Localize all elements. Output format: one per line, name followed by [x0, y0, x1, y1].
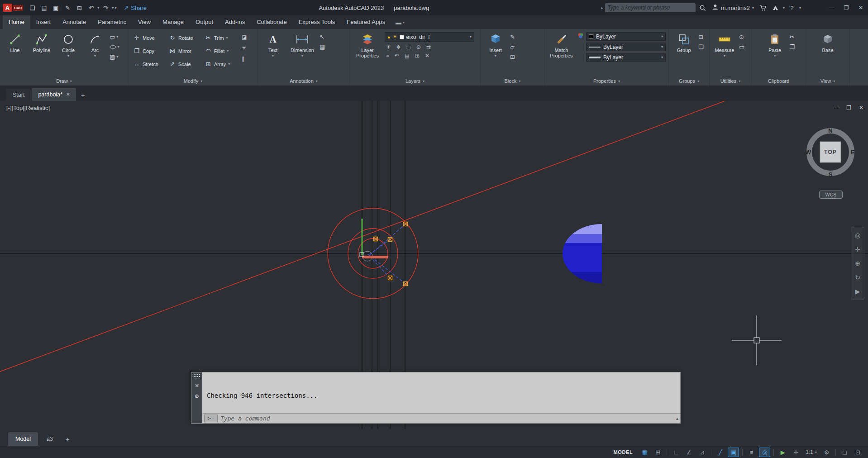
scale-button[interactable]: ↗Scale — [167, 57, 203, 71]
search-icon[interactable] — [697, 2, 708, 13]
ribbon-tab-home[interactable]: Home — [3, 15, 30, 29]
share-button[interactable]: ↗ Share — [124, 5, 147, 11]
layout-tab-model[interactable]: Model — [8, 432, 38, 446]
quick-select-button[interactable]: ▭ — [739, 43, 744, 50]
panel-label-utilities[interactable]: Utilities ▾ — [710, 76, 751, 86]
layer-delete-icon[interactable]: ✕ — [425, 52, 429, 59]
viewcube-top-label[interactable]: TOP — [824, 149, 836, 155]
viewcube-north[interactable]: N — [828, 127, 832, 134]
cut-button[interactable]: ✂ — [789, 33, 795, 40]
panel-label-properties[interactable]: Properties ▾ — [545, 76, 668, 86]
open-folder-icon[interactable]: ▤ — [38, 2, 49, 13]
autodesk-apps-caret-icon[interactable]: ▾ — [783, 6, 785, 10]
layer-lock-icon[interactable]: ◻ — [406, 44, 411, 50]
command-customize-icon[interactable]: ⚙ — [195, 393, 200, 400]
erase-button[interactable]: ◪ — [242, 34, 247, 40]
model-space-indicator[interactable]: MODEL — [614, 449, 633, 455]
command-history[interactable]: Checking 946 intersections... Specify se… — [202, 372, 680, 413]
command-scroll-up-icon[interactable]: ▴ — [676, 416, 678, 421]
ribbon-tab-featured-apps[interactable]: Featured Apps — [341, 15, 391, 29]
command-input[interactable] — [220, 415, 673, 422]
viewcube-east[interactable]: E — [851, 149, 855, 156]
annotation-monitor-toggle[interactable]: ✛ — [790, 448, 801, 457]
model-space-viewport[interactable]: TOP N W S E [-][Top][Realistic] — ❐ ✕ WC… — [0, 101, 868, 429]
help-caret-icon[interactable]: ▾ — [799, 6, 801, 10]
layer-properties-button[interactable]: Layer Properties — [353, 31, 382, 76]
offset-button[interactable]: ∥ — [242, 56, 247, 62]
ribbon-tab-insert[interactable]: Insert — [30, 15, 57, 29]
layer-match-icon[interactable]: ⇉ — [426, 44, 431, 50]
insert-button[interactable]: Insert ▾ — [483, 31, 508, 76]
base-button[interactable]: Base — [816, 31, 840, 76]
table-button[interactable]: ▦ — [320, 43, 325, 50]
rectangle-tool-button[interactable]: ▭▾ — [110, 33, 119, 40]
undo-caret-icon[interactable]: ▾ — [97, 6, 99, 10]
ribbon-tab-view[interactable]: View — [132, 15, 157, 29]
qat-customize-caret-icon[interactable]: ▾ — [114, 6, 116, 10]
layer-freeze-icon[interactable]: ❄ — [396, 44, 401, 50]
paste-button[interactable]: Paste ▾ — [763, 31, 787, 76]
viewport-restore-button[interactable]: ❐ — [846, 105, 851, 111]
edit-attribute-button[interactable]: ✎ — [510, 33, 515, 40]
file-tab-close-icon[interactable]: ✕ — [66, 92, 70, 97]
plot-icon[interactable]: ⊟ — [74, 2, 85, 13]
snap-mode-toggle[interactable]: ⊞ — [652, 448, 663, 457]
point-markers[interactable] — [374, 222, 408, 286]
object-color-select[interactable]: ByLayer ▾ — [586, 32, 666, 41]
redo-button[interactable]: ↷ — [100, 2, 111, 13]
save-as-icon[interactable]: ✎ — [62, 2, 73, 13]
command-window-drag-handle[interactable] — [193, 374, 200, 378]
viewcube-west[interactable]: W — [806, 149, 811, 156]
panel-label-view[interactable]: View ▾ — [806, 76, 849, 86]
match-properties-button[interactable]: Match Properties — [548, 31, 575, 76]
panel-label-draw[interactable]: Draw ▾ — [0, 76, 128, 86]
ribbon-display-toggle[interactable]: ▬ ▾ — [391, 15, 409, 29]
ribbon-tab-express-tools[interactable]: Express Tools — [293, 15, 341, 29]
lineweight-toggle[interactable]: ≡ — [746, 448, 757, 457]
polar-tracking-toggle[interactable]: ∠ — [683, 448, 695, 457]
array-button[interactable]: ⊞Array▾ — [203, 57, 238, 71]
ribbon-tab-annotate[interactable]: Annotate — [57, 15, 92, 29]
zoom-icon[interactable]: ⊕ — [855, 260, 860, 267]
keyword-search-input[interactable] — [608, 5, 693, 11]
command-window-close-icon[interactable]: ✕ — [195, 383, 199, 389]
file-tab-start[interactable]: Start — [6, 89, 31, 101]
navigation-wheel-icon[interactable]: ◎ — [855, 232, 860, 239]
pan-icon[interactable]: ✛ — [855, 246, 860, 253]
stretch-button[interactable]: ↔Stretch — [131, 57, 167, 71]
selection-cycling-toggle[interactable]: ◎ — [759, 448, 770, 457]
rotate-button[interactable]: ↻Rotate — [167, 31, 203, 44]
undo-button[interactable]: ↶ — [86, 2, 96, 13]
hatch-tool-button[interactable]: ▨▾ — [110, 53, 119, 60]
block-editor-button[interactable]: ▱ — [510, 43, 515, 50]
layer-off-icon[interactable]: ☀ — [386, 44, 391, 50]
search-expand-icon[interactable]: ▸ — [601, 6, 603, 10]
close-button[interactable]: ✕ — [854, 0, 868, 15]
layer-select[interactable]: ● ☀ eixo_dir_f ▾ — [385, 32, 474, 42]
viewcube[interactable]: TOP N W S E — [806, 127, 855, 178]
layout-tab-a3[interactable]: a3 — [39, 432, 60, 446]
lineweight-select[interactable]: ByLayer ▾ — [586, 53, 666, 62]
text-button[interactable]: A Text ▾ — [261, 31, 285, 76]
autodesk-apps-icon[interactable] — [770, 2, 781, 13]
ungroup-button[interactable]: ⊟ — [698, 33, 704, 40]
arc-button[interactable]: Arc ▾ — [83, 31, 107, 76]
app-menu-button[interactable]: A CAD — [3, 4, 23, 12]
line-button[interactable]: Line — [3, 31, 27, 76]
layer-previous-icon[interactable]: ↶ — [395, 52, 399, 59]
panel-label-clipboard[interactable]: Clipboard — [752, 76, 806, 86]
help-icon[interactable]: ? — [787, 2, 797, 13]
minimize-button[interactable]: — — [825, 0, 839, 15]
annotation-scale-button[interactable]: 1:1 ▾ — [802, 449, 820, 455]
ribbon-tab-parametric[interactable]: Parametric — [92, 15, 132, 29]
layer-isolate-icon[interactable]: ⊙ — [416, 44, 421, 50]
measure-button[interactable]: Measure ▾ — [712, 31, 737, 76]
move-button[interactable]: ✛Move — [131, 31, 167, 44]
leader-button[interactable]: ↖ — [320, 33, 325, 40]
show-motion-icon[interactable]: ▶ — [855, 288, 860, 295]
polyline-button[interactable]: Polyline — [29, 31, 54, 76]
viewport-controls-label[interactable]: [-][Top][Realistic] — [6, 105, 50, 111]
object-snap-toggle[interactable]: ▣ — [728, 448, 739, 457]
fillet-button[interactable]: ◠Fillet▾ — [203, 44, 238, 57]
panel-label-annotation[interactable]: Annotation ▾ — [258, 76, 349, 86]
